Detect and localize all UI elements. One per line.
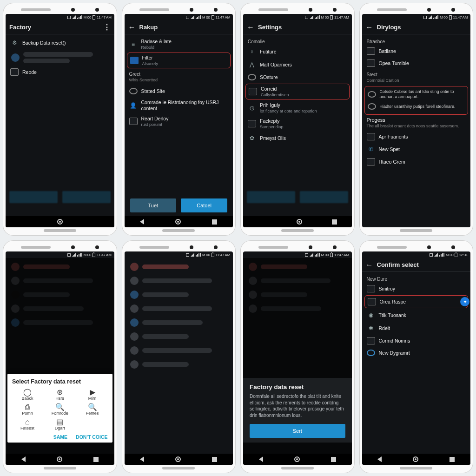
ghost-buttons xyxy=(247,191,348,203)
cancel-button[interactable]: Catoel xyxy=(181,198,227,212)
row-opea-tumible[interactable]: Opea Tumible xyxy=(362,57,471,69)
row-apr-fuanents[interactable]: Apr Fuanents xyxy=(362,131,471,143)
section-new-dure: New Dure xyxy=(362,274,471,283)
store-icon xyxy=(367,158,375,165)
nav-home-icon[interactable] xyxy=(57,456,62,462)
nav-home-icon[interactable] xyxy=(175,456,181,462)
row-reode[interactable]: Reode xyxy=(6,66,114,78)
row-backup-data-reset[interactable]: ⚙ Backup Data reset() xyxy=(6,36,114,49)
row-ttik-tuosank[interactable]: ◉Ttik Tuosank xyxy=(362,309,471,322)
nav-back-icon[interactable] xyxy=(21,456,26,462)
nav-recent-icon[interactable] xyxy=(93,457,99,462)
signal-icon xyxy=(72,15,76,19)
user-icon: 👤 xyxy=(129,101,138,110)
row-filter-highlight[interactable]: FilterAlsunety xyxy=(127,53,231,68)
bottom-sheet: Select Factory data reset ◯Baock⊛Hsrs▶Mi… xyxy=(7,374,112,443)
row-futiture[interactable]: ♀Futiture xyxy=(243,45,352,58)
sheet-option-icon: ⊛ xyxy=(45,389,75,396)
page-title: Settings xyxy=(258,24,348,31)
back-icon[interactable]: ← xyxy=(366,261,373,269)
row-orea-raspe-highlight[interactable]: Orea Raspe ✦ xyxy=(365,296,468,308)
phone-4: M 0011:47 AM ← Dirylogs Btrashce Batlisn… xyxy=(359,3,474,236)
row-fackepty[interactable]: FackeptySumperidiap xyxy=(243,116,352,132)
nav-recent-icon[interactable] xyxy=(450,457,455,462)
row-comrade[interactable]: 👤 Comrade ie Ristrdanoring foy USRJ cont… xyxy=(125,97,233,113)
sheet-action-same[interactable]: SAME xyxy=(53,434,67,440)
row-new-dygramrt[interactable]: New Dygramrt xyxy=(362,347,471,359)
row-rdelt[interactable]: ✱Rdelt xyxy=(362,322,471,335)
row-new-spet[interactable]: ✆New Spet xyxy=(362,143,471,156)
row-cormd-nomns[interactable]: Cormd Nomns xyxy=(362,335,471,347)
sheet-option-0[interactable]: ◯Baock xyxy=(12,389,43,401)
phone-6: M 0011:47 AM xyxy=(122,240,236,473)
sheet-title: Select Factory data reset xyxy=(12,378,108,385)
dot-icon xyxy=(129,88,138,94)
nav-home-icon[interactable] xyxy=(175,219,181,225)
row-pmeyst-olis[interactable]: ✿Pmeyst Olis xyxy=(243,132,352,145)
row-smitroy[interactable]: Smitroy xyxy=(362,283,471,295)
nav-recent-icon[interactable] xyxy=(212,457,217,462)
pin-icon: ◉ xyxy=(367,311,375,319)
row-reart-derloy[interactable]: Reart Derloyrust porumt xyxy=(125,113,233,129)
section-srect: Srect xyxy=(362,69,471,78)
sheet-option-label: Hsrs xyxy=(45,396,75,401)
sheet-option-icon: ◯ xyxy=(12,389,43,396)
sheet-option-2[interactable]: ▶Mirn xyxy=(77,389,108,401)
bag-icon xyxy=(129,118,138,125)
nav-back-icon[interactable] xyxy=(259,456,263,462)
row-stated-site[interactable]: Stated Site xyxy=(125,85,233,97)
nav-recent-icon[interactable] xyxy=(212,219,217,225)
sim-icon xyxy=(67,16,71,19)
nav-home-icon[interactable] xyxy=(57,219,63,225)
row-batlisne[interactable]: Batlisne xyxy=(362,45,471,57)
sheet-option-6[interactable]: ⌂Fateest xyxy=(12,418,43,430)
row-prih-iguly[interactable]: ◷Prih Igulylot ficancy at obte and roput… xyxy=(243,100,352,116)
nav-home-icon[interactable] xyxy=(413,456,418,462)
sheet-option-4[interactable]: 🔍Fomrode xyxy=(45,403,75,416)
sheet-option-1[interactable]: ⊛Hsrs xyxy=(45,389,75,401)
row-label: Reode xyxy=(22,69,37,75)
radio-option-2[interactable]: Hiadter usanthiny putips forell steofina… xyxy=(368,100,465,112)
back-icon[interactable]: ← xyxy=(366,24,373,31)
clock-icon: ◷ xyxy=(248,104,256,112)
nav-back-icon[interactable] xyxy=(140,219,144,225)
sert-button[interactable]: Sert xyxy=(250,424,345,438)
sim-icon xyxy=(186,16,189,19)
sheet-action-dont[interactable]: DON'T COICE xyxy=(76,434,107,440)
nav-back-icon[interactable] xyxy=(377,456,382,462)
grid-icon xyxy=(249,88,257,95)
page-title: Dirylogs xyxy=(377,24,467,31)
radio-option-1[interactable]: Cotsde Cobrse tus ant Idia sting ontie t… xyxy=(368,88,465,100)
row-correid-highlight[interactable]: CorreidCallyslierntisep xyxy=(246,84,349,99)
nav-recent-icon[interactable] xyxy=(331,457,336,462)
person-icon: ⋀ xyxy=(248,60,256,69)
doc-icon xyxy=(367,60,375,67)
sheet-option-5[interactable]: 🔍Femes xyxy=(77,403,108,416)
back-icon[interactable]: ← xyxy=(128,24,136,31)
doc-icon xyxy=(367,337,375,344)
row-sosture[interactable]: SOsture xyxy=(243,71,352,83)
row-menu[interactable]: ≡ Badase & lateRebold xyxy=(125,36,233,52)
radio-icon xyxy=(368,103,376,110)
sheet-title: Factory data reset xyxy=(250,383,345,390)
row-malt-oparniers[interactable]: ⋀Malt Oparniers xyxy=(243,58,352,71)
sheet-option-label: Dgart xyxy=(45,426,75,430)
radio-group-highlight: Cotsde Cobrse tus ant Idia sting ontie t… xyxy=(365,86,468,114)
nav-home-icon[interactable] xyxy=(294,456,300,462)
nav-back-icon[interactable] xyxy=(140,456,144,462)
hamburger-icon: ≡ xyxy=(129,40,138,48)
progress-heading: Progess xyxy=(367,117,466,123)
status-carrier: M 00 xyxy=(84,15,92,20)
nav-home-icon[interactable] xyxy=(297,219,302,225)
page-title: Rakup xyxy=(139,24,230,31)
sheet-option-7[interactable]: ▤Dgart xyxy=(45,418,75,430)
back-icon[interactable]: ← xyxy=(247,24,254,31)
nav-recent-icon[interactable] xyxy=(332,219,337,225)
sheet-option-3[interactable]: ⎙Pomn xyxy=(12,403,43,416)
overflow-menu-icon[interactable]: ⋮ xyxy=(103,23,111,32)
tuet-button[interactable]: Tuet xyxy=(130,198,177,212)
radio-icon xyxy=(368,91,376,98)
calendar-icon xyxy=(10,68,19,76)
signal-icon xyxy=(191,15,194,19)
row-htaeo-grem[interactable]: Htaeo Grem xyxy=(362,156,471,168)
